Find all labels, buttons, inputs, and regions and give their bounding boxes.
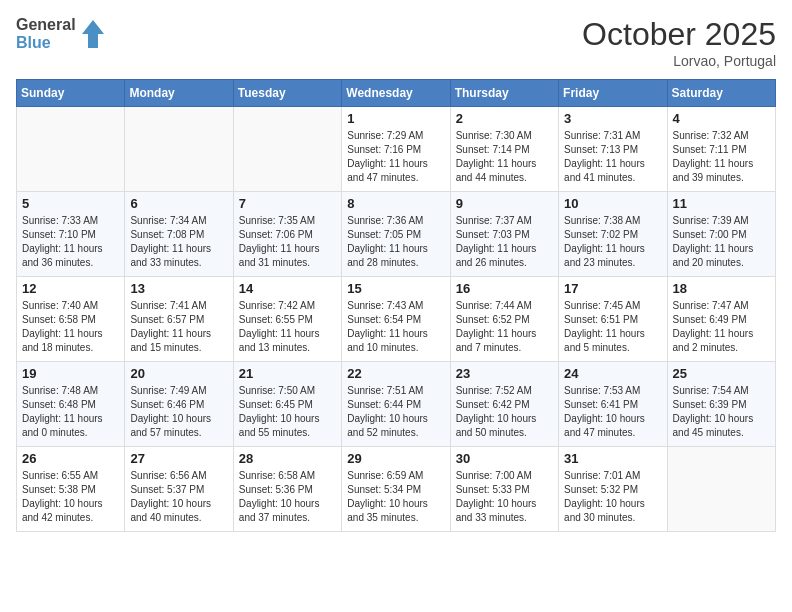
day-info: Sunrise: 7:54 AMSunset: 6:39 PMDaylight:…	[673, 384, 770, 440]
weekday-header: Monday	[125, 80, 233, 107]
calendar-cell: 26Sunrise: 6:55 AMSunset: 5:38 PMDayligh…	[17, 447, 125, 532]
day-info: Sunrise: 7:50 AMSunset: 6:45 PMDaylight:…	[239, 384, 336, 440]
weekday-header: Wednesday	[342, 80, 450, 107]
calendar-cell: 19Sunrise: 7:48 AMSunset: 6:48 PMDayligh…	[17, 362, 125, 447]
day-info: Sunrise: 7:35 AMSunset: 7:06 PMDaylight:…	[239, 214, 336, 270]
calendar-cell	[667, 447, 775, 532]
calendar-cell: 25Sunrise: 7:54 AMSunset: 6:39 PMDayligh…	[667, 362, 775, 447]
day-info: Sunrise: 7:45 AMSunset: 6:51 PMDaylight:…	[564, 299, 661, 355]
day-info: Sunrise: 7:42 AMSunset: 6:55 PMDaylight:…	[239, 299, 336, 355]
calendar-cell: 14Sunrise: 7:42 AMSunset: 6:55 PMDayligh…	[233, 277, 341, 362]
title-block: October 2025 Lorvao, Portugal	[582, 16, 776, 69]
day-info: Sunrise: 7:01 AMSunset: 5:32 PMDaylight:…	[564, 469, 661, 525]
calendar-cell: 11Sunrise: 7:39 AMSunset: 7:00 PMDayligh…	[667, 192, 775, 277]
day-info: Sunrise: 6:58 AMSunset: 5:36 PMDaylight:…	[239, 469, 336, 525]
calendar-week-row: 5Sunrise: 7:33 AMSunset: 7:10 PMDaylight…	[17, 192, 776, 277]
day-number: 9	[456, 196, 553, 211]
day-number: 1	[347, 111, 444, 126]
calendar-cell	[125, 107, 233, 192]
day-number: 19	[22, 366, 119, 381]
day-number: 15	[347, 281, 444, 296]
day-info: Sunrise: 7:37 AMSunset: 7:03 PMDaylight:…	[456, 214, 553, 270]
day-info: Sunrise: 7:40 AMSunset: 6:58 PMDaylight:…	[22, 299, 119, 355]
day-number: 28	[239, 451, 336, 466]
day-info: Sunrise: 6:59 AMSunset: 5:34 PMDaylight:…	[347, 469, 444, 525]
weekday-header: Saturday	[667, 80, 775, 107]
logo-arrow-icon	[82, 20, 104, 48]
logo-block: General Blue	[16, 16, 104, 53]
day-info: Sunrise: 7:39 AMSunset: 7:00 PMDaylight:…	[673, 214, 770, 270]
day-number: 7	[239, 196, 336, 211]
calendar-cell: 27Sunrise: 6:56 AMSunset: 5:37 PMDayligh…	[125, 447, 233, 532]
day-number: 5	[22, 196, 119, 211]
day-info: Sunrise: 7:34 AMSunset: 7:08 PMDaylight:…	[130, 214, 227, 270]
day-info: Sunrise: 6:56 AMSunset: 5:37 PMDaylight:…	[130, 469, 227, 525]
day-number: 10	[564, 196, 661, 211]
calendar-cell: 31Sunrise: 7:01 AMSunset: 5:32 PMDayligh…	[559, 447, 667, 532]
day-info: Sunrise: 7:48 AMSunset: 6:48 PMDaylight:…	[22, 384, 119, 440]
day-number: 18	[673, 281, 770, 296]
day-number: 22	[347, 366, 444, 381]
day-info: Sunrise: 7:52 AMSunset: 6:42 PMDaylight:…	[456, 384, 553, 440]
calendar-cell: 5Sunrise: 7:33 AMSunset: 7:10 PMDaylight…	[17, 192, 125, 277]
calendar-cell: 23Sunrise: 7:52 AMSunset: 6:42 PMDayligh…	[450, 362, 558, 447]
day-number: 2	[456, 111, 553, 126]
day-number: 16	[456, 281, 553, 296]
day-info: Sunrise: 7:43 AMSunset: 6:54 PMDaylight:…	[347, 299, 444, 355]
day-info: Sunrise: 7:30 AMSunset: 7:14 PMDaylight:…	[456, 129, 553, 185]
day-info: Sunrise: 7:49 AMSunset: 6:46 PMDaylight:…	[130, 384, 227, 440]
calendar-week-row: 1Sunrise: 7:29 AMSunset: 7:16 PMDaylight…	[17, 107, 776, 192]
day-info: Sunrise: 7:51 AMSunset: 6:44 PMDaylight:…	[347, 384, 444, 440]
day-number: 31	[564, 451, 661, 466]
day-info: Sunrise: 7:33 AMSunset: 7:10 PMDaylight:…	[22, 214, 119, 270]
day-number: 26	[22, 451, 119, 466]
calendar-header-row: SundayMondayTuesdayWednesdayThursdayFrid…	[17, 80, 776, 107]
weekday-header: Friday	[559, 80, 667, 107]
calendar-cell: 28Sunrise: 6:58 AMSunset: 5:36 PMDayligh…	[233, 447, 341, 532]
day-number: 13	[130, 281, 227, 296]
day-info: Sunrise: 6:55 AMSunset: 5:38 PMDaylight:…	[22, 469, 119, 525]
logo-general-text: General	[16, 16, 76, 34]
day-info: Sunrise: 7:29 AMSunset: 7:16 PMDaylight:…	[347, 129, 444, 185]
day-info: Sunrise: 7:47 AMSunset: 6:49 PMDaylight:…	[673, 299, 770, 355]
calendar-cell: 29Sunrise: 6:59 AMSunset: 5:34 PMDayligh…	[342, 447, 450, 532]
calendar-cell: 7Sunrise: 7:35 AMSunset: 7:06 PMDaylight…	[233, 192, 341, 277]
page-header: General Blue October 2025 Lorvao, Portug…	[16, 16, 776, 69]
calendar-cell: 15Sunrise: 7:43 AMSunset: 6:54 PMDayligh…	[342, 277, 450, 362]
day-info: Sunrise: 7:53 AMSunset: 6:41 PMDaylight:…	[564, 384, 661, 440]
calendar-table: SundayMondayTuesdayWednesdayThursdayFrid…	[16, 79, 776, 532]
calendar-week-row: 12Sunrise: 7:40 AMSunset: 6:58 PMDayligh…	[17, 277, 776, 362]
calendar-cell: 10Sunrise: 7:38 AMSunset: 7:02 PMDayligh…	[559, 192, 667, 277]
day-number: 23	[456, 366, 553, 381]
calendar-cell: 12Sunrise: 7:40 AMSunset: 6:58 PMDayligh…	[17, 277, 125, 362]
logo: General Blue	[16, 16, 104, 53]
day-info: Sunrise: 7:41 AMSunset: 6:57 PMDaylight:…	[130, 299, 227, 355]
day-info: Sunrise: 7:36 AMSunset: 7:05 PMDaylight:…	[347, 214, 444, 270]
day-number: 27	[130, 451, 227, 466]
day-number: 14	[239, 281, 336, 296]
calendar-cell: 2Sunrise: 7:30 AMSunset: 7:14 PMDaylight…	[450, 107, 558, 192]
day-info: Sunrise: 7:31 AMSunset: 7:13 PMDaylight:…	[564, 129, 661, 185]
day-number: 4	[673, 111, 770, 126]
calendar-cell	[17, 107, 125, 192]
calendar-cell: 3Sunrise: 7:31 AMSunset: 7:13 PMDaylight…	[559, 107, 667, 192]
weekday-header: Tuesday	[233, 80, 341, 107]
calendar-week-row: 26Sunrise: 6:55 AMSunset: 5:38 PMDayligh…	[17, 447, 776, 532]
logo-blue-text: Blue	[16, 34, 76, 52]
calendar-cell: 17Sunrise: 7:45 AMSunset: 6:51 PMDayligh…	[559, 277, 667, 362]
calendar-week-row: 19Sunrise: 7:48 AMSunset: 6:48 PMDayligh…	[17, 362, 776, 447]
calendar-cell: 20Sunrise: 7:49 AMSunset: 6:46 PMDayligh…	[125, 362, 233, 447]
day-number: 24	[564, 366, 661, 381]
day-number: 30	[456, 451, 553, 466]
location-subtitle: Lorvao, Portugal	[582, 53, 776, 69]
calendar-cell: 1Sunrise: 7:29 AMSunset: 7:16 PMDaylight…	[342, 107, 450, 192]
day-info: Sunrise: 7:00 AMSunset: 5:33 PMDaylight:…	[456, 469, 553, 525]
calendar-cell: 18Sunrise: 7:47 AMSunset: 6:49 PMDayligh…	[667, 277, 775, 362]
calendar-cell: 30Sunrise: 7:00 AMSunset: 5:33 PMDayligh…	[450, 447, 558, 532]
day-number: 20	[130, 366, 227, 381]
day-number: 6	[130, 196, 227, 211]
calendar-cell: 21Sunrise: 7:50 AMSunset: 6:45 PMDayligh…	[233, 362, 341, 447]
calendar-cell	[233, 107, 341, 192]
day-number: 8	[347, 196, 444, 211]
calendar-cell: 13Sunrise: 7:41 AMSunset: 6:57 PMDayligh…	[125, 277, 233, 362]
